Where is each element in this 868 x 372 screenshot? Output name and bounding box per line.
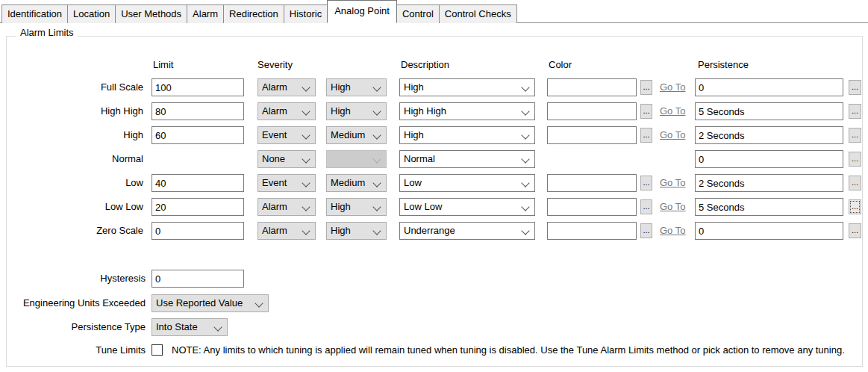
persistence-browse-button[interactable]: ... [849, 80, 861, 95]
severity-value: Event [262, 129, 287, 140]
chevron-down-icon [302, 131, 310, 139]
persistence-type-label: Persistence Type [0, 318, 146, 336]
description-dropdown[interactable]: Low [399, 174, 535, 192]
severity-level-value: High [331, 201, 351, 212]
chevron-down-icon [372, 226, 381, 235]
limit-input[interactable] [152, 174, 244, 192]
go-to-link[interactable]: Go To [660, 222, 685, 240]
column-header-persistence: Persistence [698, 59, 749, 70]
go-to-link[interactable]: Go To [660, 126, 685, 144]
row-zero-scale: Zero Scale Alarm High Underrange ... Go … [0, 222, 868, 240]
chevron-down-icon [372, 179, 381, 187]
engineering-units-exceeded-label: Engineering Units Exceeded [0, 294, 146, 312]
tab-location[interactable]: Location [67, 4, 116, 23]
tab-user-methods[interactable]: User Methods [115, 4, 187, 23]
analog-point-page: Identification Location User Methods Ala… [0, 0, 868, 372]
chevron-down-icon [521, 226, 529, 235]
color-input[interactable] [547, 174, 637, 192]
persistence-browse-button[interactable]: ... [849, 199, 861, 214]
row-low-low: Low Low Alarm High Low Low ... Go To ... [0, 198, 868, 216]
severity-dropdown[interactable]: Event [257, 126, 316, 144]
color-browse-button[interactable]: ... [640, 128, 652, 143]
row-tune-limits: Tune Limits NOTE: Any limits to which tu… [0, 342, 868, 360]
persistence-input[interactable] [695, 126, 843, 144]
color-input[interactable] [547, 222, 637, 240]
color-browse-button[interactable]: ... [640, 104, 652, 119]
limit-input[interactable] [152, 198, 244, 216]
description-dropdown[interactable]: High High [399, 102, 535, 120]
severity-level-value: High [331, 225, 351, 236]
persistence-input[interactable] [695, 78, 843, 96]
severity-dropdown[interactable]: Alarm [257, 198, 316, 216]
color-input[interactable] [547, 102, 637, 120]
severity-dropdown[interactable]: Alarm [257, 102, 316, 120]
hysteresis-input[interactable] [152, 270, 244, 288]
persistence-browse-button[interactable]: ... [849, 128, 861, 143]
color-input[interactable] [547, 198, 637, 216]
tab-alarm[interactable]: Alarm [187, 4, 224, 23]
persistence-input[interactable] [695, 102, 843, 120]
go-to-link[interactable]: Go To [660, 198, 685, 216]
chevron-down-icon [302, 179, 310, 187]
severity-level-dropdown[interactable]: Medium [326, 126, 387, 144]
persistence-input[interactable] [695, 198, 843, 216]
severity-level-dropdown[interactable]: High [326, 102, 387, 120]
go-to-link[interactable]: Go To [660, 102, 685, 120]
color-browse-button[interactable]: ... [640, 199, 652, 214]
tab-redirection[interactable]: Redirection [223, 4, 284, 23]
description-dropdown[interactable]: Underrange [399, 222, 535, 240]
go-to-link[interactable]: Go To [660, 174, 685, 192]
tab-analog-point[interactable]: Analog Point [327, 0, 397, 23]
persistence-browse-button[interactable]: ... [849, 176, 861, 190]
description-value: Low Low [404, 201, 442, 212]
persistence-type-dropdown[interactable]: Into State [152, 318, 228, 336]
chevron-down-icon [521, 83, 529, 91]
engineering-units-exceeded-dropdown[interactable]: Use Reported Value [152, 294, 269, 312]
severity-level-dropdown[interactable]: Medium [326, 174, 387, 192]
column-header-color: Color [549, 59, 572, 70]
color-browse-button[interactable]: ... [640, 223, 652, 238]
color-input[interactable] [547, 126, 637, 144]
go-to-link[interactable]: Go To [660, 78, 685, 96]
tab-identification[interactable]: Identification [1, 4, 68, 23]
description-value: Underrange [404, 225, 455, 236]
tab-historic[interactable]: Historic [284, 4, 328, 23]
persistence-input[interactable] [695, 222, 843, 240]
persistence-browse-button[interactable]: ... [849, 223, 861, 238]
limit-input[interactable] [152, 222, 244, 240]
severity-level-dropdown[interactable]: High [326, 198, 387, 216]
color-input[interactable] [547, 78, 637, 96]
description-value: Low [404, 177, 422, 188]
limit-input[interactable] [152, 102, 244, 120]
chevron-down-icon [255, 299, 263, 307]
severity-dropdown[interactable]: Alarm [257, 222, 316, 240]
description-dropdown[interactable]: High [399, 78, 535, 96]
tune-limits-label: Tune Limits [0, 342, 146, 358]
severity-dropdown[interactable]: Event [257, 174, 316, 192]
chevron-down-icon [521, 107, 529, 115]
row-normal: Normal None Normal ... [0, 150, 868, 168]
description-value: Normal [404, 153, 435, 164]
severity-level-dropdown[interactable]: High [326, 78, 387, 96]
description-dropdown[interactable]: High [399, 126, 535, 144]
persistence-input[interactable] [695, 174, 843, 192]
color-browse-button[interactable]: ... [640, 176, 652, 190]
tab-control[interactable]: Control [396, 4, 440, 23]
severity-dropdown[interactable]: Alarm [257, 78, 316, 96]
description-dropdown[interactable]: Low Low [399, 198, 535, 216]
tab-control-checks[interactable]: Control Checks [439, 4, 517, 23]
color-browse-button[interactable]: ... [640, 80, 652, 95]
severity-dropdown[interactable]: None [257, 150, 316, 168]
severity-value: Alarm [262, 201, 287, 212]
column-header-severity: Severity [257, 59, 293, 70]
persistence-browse-button[interactable]: ... [849, 104, 861, 119]
limit-input[interactable] [152, 126, 244, 144]
description-dropdown[interactable]: Normal [399, 150, 535, 168]
persistence-input[interactable] [695, 150, 843, 168]
severity-level-value: High [331, 105, 351, 117]
severity-level-dropdown[interactable]: High [326, 222, 387, 240]
limit-input[interactable] [152, 78, 244, 96]
row-label: High High [0, 102, 143, 120]
tune-limits-checkbox[interactable] [152, 344, 163, 356]
persistence-browse-button[interactable]: ... [849, 152, 861, 167]
